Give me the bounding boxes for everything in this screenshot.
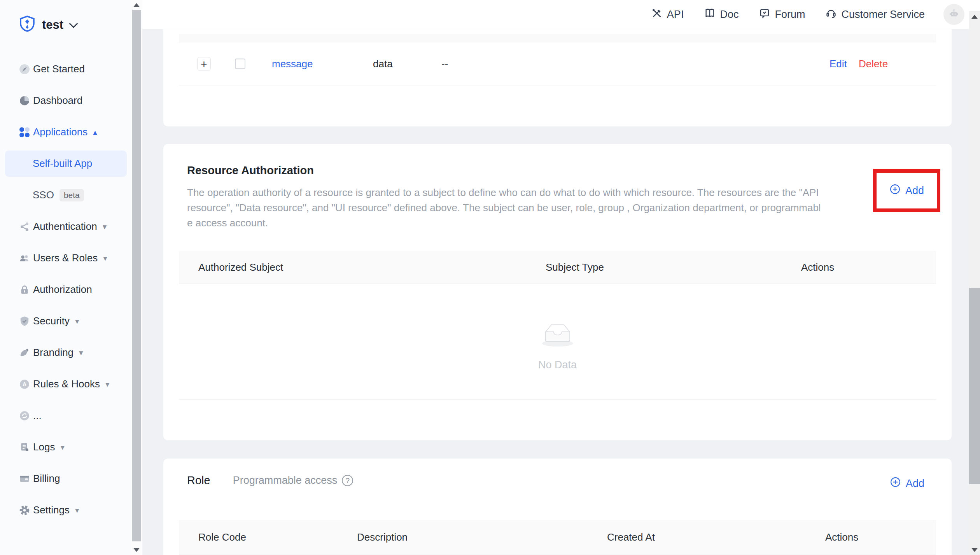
empty-inbox-icon bbox=[533, 312, 583, 353]
scroll-up-arrow[interactable] bbox=[133, 3, 140, 7]
plus-circle-icon bbox=[889, 184, 901, 198]
sidebar-item-billing[interactable]: Billing bbox=[0, 463, 131, 494]
wallet-icon bbox=[19, 473, 30, 485]
headset-icon bbox=[825, 7, 837, 22]
topbar-link-forum[interactable]: Forum bbox=[759, 7, 805, 22]
letter-a-icon: A bbox=[19, 378, 30, 390]
help-icon[interactable]: ? bbox=[342, 475, 353, 486]
main-content: + message data -- Edit Delete Resource A… bbox=[142, 29, 969, 555]
page-scrollbar-thumb[interactable] bbox=[969, 288, 980, 484]
role-card: Role Programmable access ? Add Role Code… bbox=[163, 459, 952, 555]
table-header-remnant bbox=[179, 34, 936, 42]
sidebar-item-self-built-app[interactable]: Self-built App bbox=[0, 148, 131, 179]
sidebar-item-rules-hooks[interactable]: A Rules & Hooks bbox=[0, 368, 131, 400]
empty-state-text: No Data bbox=[538, 359, 577, 371]
app-grid-icon bbox=[19, 126, 30, 138]
column-header: Description bbox=[338, 531, 588, 543]
add-authorization-button[interactable]: Add bbox=[889, 184, 924, 198]
role-section-header: Role Programmable access ? bbox=[187, 474, 353, 487]
scroll-up-arrow[interactable] bbox=[971, 15, 978, 19]
users-icon bbox=[19, 252, 30, 264]
beta-badge: beta bbox=[60, 189, 84, 201]
topbar: API Doc Forum Customer Service bbox=[142, 0, 980, 29]
add-role-button[interactable]: Add bbox=[890, 476, 924, 490]
column-header: Authorized Subject bbox=[179, 261, 526, 273]
sidebar-item-dashboard[interactable]: Dashboard bbox=[0, 85, 131, 116]
sidebar: test Get Started Dashboard Applicati bbox=[0, 0, 131, 555]
empty-state: No Data bbox=[179, 284, 936, 400]
svg-text:A: A bbox=[23, 381, 26, 387]
shield-check-icon bbox=[19, 315, 30, 327]
document-icon bbox=[19, 441, 30, 453]
workspace-name: test bbox=[42, 18, 63, 32]
share-icon bbox=[19, 221, 30, 233]
column-header: Actions bbox=[782, 261, 936, 273]
role-table-header: Role Code Description Created At Actions bbox=[179, 520, 936, 555]
section-description: The operation authority of a resource is… bbox=[187, 185, 824, 231]
lock-icon bbox=[19, 284, 30, 296]
sidebar-item-users-roles[interactable]: Users & Roles bbox=[0, 242, 131, 274]
sidebar-item-settings[interactable]: Settings bbox=[0, 494, 131, 526]
resource-name-link[interactable]: message bbox=[272, 58, 313, 70]
column-header: Actions bbox=[806, 531, 936, 543]
workspace-switcher[interactable]: test bbox=[19, 16, 77, 34]
scroll-down-arrow[interactable] bbox=[971, 548, 978, 552]
topbar-link-customer-service[interactable]: Customer Service bbox=[825, 7, 925, 22]
section-title: Resource Authorization bbox=[187, 164, 314, 177]
app-screen: test Get Started Dashboard Applicati bbox=[0, 0, 980, 555]
scroll-down-arrow[interactable] bbox=[133, 548, 140, 552]
row-checkbox[interactable] bbox=[235, 59, 245, 69]
compass-icon bbox=[19, 63, 30, 75]
chevron-down-icon bbox=[69, 19, 78, 28]
sidebar-scrollbar-thumb[interactable] bbox=[132, 10, 141, 541]
authorization-table-header: Authorized Subject Subject Type Actions bbox=[179, 251, 936, 284]
sidebar-item-logs[interactable]: Logs bbox=[0, 431, 131, 463]
column-header: Subject Type bbox=[526, 261, 782, 273]
gear-icon bbox=[19, 504, 30, 516]
user-avatar[interactable] bbox=[943, 4, 964, 25]
edit-link[interactable]: Edit bbox=[830, 58, 847, 70]
plus-circle-icon bbox=[890, 476, 901, 490]
pie-chart-icon bbox=[19, 95, 30, 107]
resource-type-cell: data bbox=[373, 58, 393, 70]
column-header: Role Code bbox=[179, 531, 338, 543]
sync-icon bbox=[19, 410, 30, 422]
sidebar-scrollbar bbox=[131, 0, 142, 555]
sidebar-item-authorization[interactable]: Authorization bbox=[0, 274, 131, 305]
page-scrollbar bbox=[969, 11, 980, 555]
delete-link[interactable]: Delete bbox=[859, 58, 888, 70]
brush-icon bbox=[19, 347, 30, 359]
annotation-highlight-box: Add bbox=[873, 169, 940, 212]
sidebar-item-security[interactable]: Security bbox=[0, 305, 131, 337]
row-expand-button[interactable]: + bbox=[197, 57, 211, 71]
topbar-link-doc[interactable]: Doc bbox=[704, 7, 738, 22]
sidebar-item-more[interactable]: ... bbox=[0, 400, 131, 431]
sidebar-item-branding[interactable]: Branding bbox=[0, 337, 131, 368]
chat-icon bbox=[759, 7, 770, 22]
sidebar-item-get-started[interactable]: Get Started bbox=[0, 53, 131, 85]
topbar-link-api[interactable]: API bbox=[651, 7, 684, 22]
resource-authorization-card: Resource Authorization The operation aut… bbox=[163, 144, 952, 440]
resource-list-card: + message data -- Edit Delete bbox=[163, 29, 952, 126]
tools-icon bbox=[651, 7, 663, 22]
sidebar-item-sso[interactable]: SSO beta bbox=[0, 179, 131, 211]
section-title: Role bbox=[187, 474, 210, 487]
sidebar-item-authentication[interactable]: Authentication bbox=[0, 211, 131, 242]
book-icon bbox=[704, 7, 716, 22]
workspace-logo-shield-icon bbox=[19, 16, 35, 34]
sidebar-item-applications[interactable]: Applications bbox=[0, 116, 131, 148]
table-row: + message data -- Edit Delete bbox=[163, 42, 952, 86]
resource-value-cell: -- bbox=[441, 58, 448, 70]
section-subtitle: Programmable access bbox=[233, 474, 338, 487]
robot-icon bbox=[947, 7, 961, 22]
column-header: Created At bbox=[588, 531, 806, 543]
row-divider bbox=[179, 86, 936, 86]
